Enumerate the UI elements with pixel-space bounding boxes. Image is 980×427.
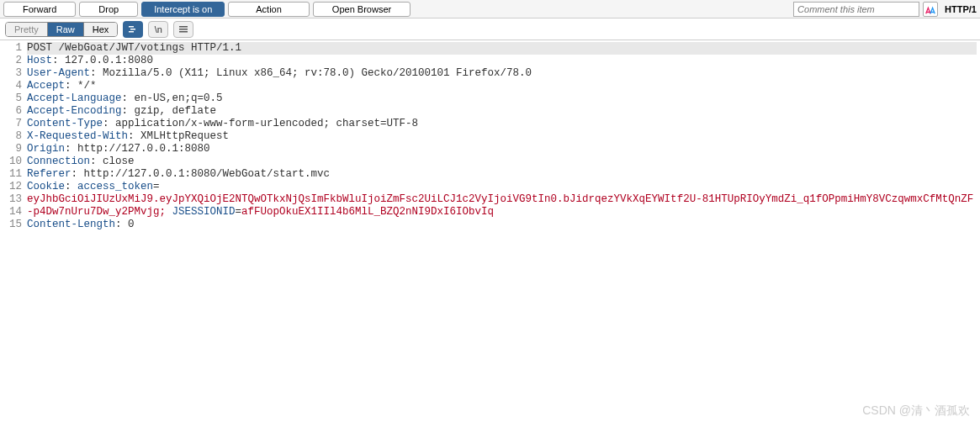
view-toolbar: Pretty Raw Hex \n xyxy=(0,18,980,40)
svg-rect-5 xyxy=(179,31,188,33)
newline-icon[interactable]: \n xyxy=(148,21,168,38)
svg-rect-3 xyxy=(179,26,188,28)
toolbar-right: HTTP/1 xyxy=(793,2,977,17)
main-toolbar: Forward Drop Intercept is on Action Open… xyxy=(0,0,980,18)
svg-rect-1 xyxy=(130,29,135,30)
tab-pretty[interactable]: Pretty xyxy=(6,23,48,36)
svg-rect-2 xyxy=(129,31,134,33)
hamburger-icon[interactable] xyxy=(173,21,193,38)
comment-input[interactable] xyxy=(793,2,919,17)
tab-raw[interactable]: Raw xyxy=(48,23,84,36)
svg-rect-0 xyxy=(129,26,134,28)
view-tabs: Pretty Raw Hex xyxy=(5,22,118,37)
line-gutter: 123456789101112131415 xyxy=(0,40,25,427)
watermark: CSDN @清丶酒孤欢 xyxy=(862,403,970,419)
open-browser-button[interactable]: Open Browser xyxy=(313,2,411,17)
intercept-toggle[interactable]: Intercept is on xyxy=(141,2,225,17)
request-editor[interactable]: 123456789101112131415 POST /WebGoat/JWT/… xyxy=(0,40,980,427)
request-content[interactable]: POST /WebGoat/JWT/votings HTTP/1.1Host: … xyxy=(25,40,980,427)
tab-hex[interactable]: Hex xyxy=(84,23,118,36)
action-button[interactable]: Action xyxy=(228,2,310,17)
settings-icon[interactable] xyxy=(123,21,143,38)
http-version-label: HTTP/1 xyxy=(945,4,977,14)
forward-button[interactable]: Forward xyxy=(3,2,76,17)
drop-button[interactable]: Drop xyxy=(79,2,138,17)
highlight-color-icon[interactable] xyxy=(923,2,938,17)
svg-rect-4 xyxy=(179,29,188,30)
